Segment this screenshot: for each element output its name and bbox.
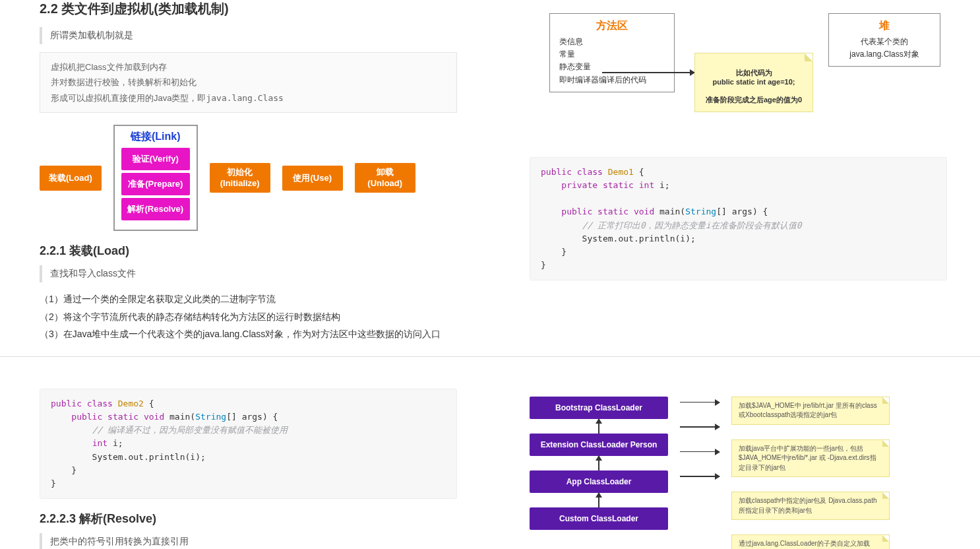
arrow-right-icon [680,426,720,428]
step-item: （2）将这个字节流所代表的静态存储结构转化为方法区的运行时数据结构 [40,308,457,326]
box-bootstrap-cl: Bootstrap ClassLoader [530,397,668,419]
step-item: （3）在Java堆中生成一个代表这个类的java.lang.Class对象，作为… [40,325,457,343]
box-extension-cl: Extension ClassLoader Person [530,434,668,456]
step-item: （1）通过一个类的全限定名获取定义此类的二进制字节流 [40,290,457,308]
arrow-up-icon [598,419,599,434]
panel-bottom-left: public class Demo2 { public static void … [0,357,490,549]
arrow-right-icon [680,402,720,403]
panel-top-right: 方法区 类信息 常量 静态变量 即时编译器编译后的代码 比如代码为 public… [490,0,980,357]
panel-top-left: 2.2 类文件到虚拟机(类加载机制) 所谓类加载机制就是 虚拟机把Class文件… [0,0,490,357]
arrow-right-icon [680,476,720,477]
box-method-area: 方法区 类信息 常量 静态变量 即时编译器编译后的代码 [549,13,675,92]
code-demo1: public class Demo1 { private static int … [530,157,947,280]
sticky-note-prepare: 比如代码为 public static int age=10; 准备阶段完成之后… [694,53,813,112]
section-221-title: 2.2.1 装载(Load) [40,243,457,259]
lifecycle-flow: 装载(Load) 链接(Link) 验证(Verify) 准备(Prepare)… [40,125,457,231]
arrow-up-icon [598,493,599,507]
quote-load: 查找和导入class文件 [40,265,457,282]
box-app-cl: App ClassLoader [530,470,668,493]
section-title: 2.2 类文件到虚拟机(类加载机制) [40,0,457,18]
arrow-right-icon [680,451,720,453]
desc-line: 形成可以虚拟机直接使用的Java类型，即java.lang.Class [51,90,446,106]
code-demo2: public class Demo2 { public static void … [40,389,457,499]
box-custom-cl: Custom ClassLoader [530,507,668,530]
stage-initialize: 初始化(Initialize) [210,163,270,193]
note-app: 加载classpath中指定的jar包及 Djava.class.path 所指… [731,492,890,520]
arrow-up-icon [598,456,599,470]
stage-prepare: 准备(Prepare) [121,173,190,195]
stage-verify: 验证(Verify) [121,148,190,170]
desc-block: 虚拟机把Class文件加载到内存 并对数据进行校验，转换解析和初始化 形成可以虚… [40,52,457,113]
note-custom: 通过java.lang.ClassLoader的子类自定义加载class，属于应… [731,534,890,549]
note-extension: 加载java平台中扩展功能的一些jar包，包括$JAVA_HOME中jre/li… [731,439,890,478]
stage-link-group: 链接(Link) 验证(Verify) 准备(Prepare) 解析(Resol… [113,125,198,231]
memory-diagram: 方法区 类信息 常量 静态变量 即时编译器编译后的代码 比如代码为 public… [530,7,947,152]
stage-link-title: 链接(Link) [121,130,190,144]
stage-unload: 卸载(Unload) [355,163,415,193]
stage-resolve: 解析(Resolve) [121,198,190,220]
stage-load: 装载(Load) [40,166,102,191]
quote-mechanism: 所谓类加载机制就是 [40,27,457,44]
load-steps: （1）通过一个类的全限定名获取定义此类的二进制字节流 （2）将这个字节流所代表的… [40,290,457,343]
panel-bottom-right: Bootstrap ClassLoader Extension ClassLoa… [490,357,980,549]
quote-resolve: 把类中的符号引用转换为直接引用 [40,533,457,549]
desc-line: 并对数据进行校验，转换解析和初始化 [51,75,446,90]
classloader-diagram: Bootstrap ClassLoader Extension ClassLoa… [530,397,947,549]
desc-line: 虚拟机把Class文件加载到内存 [51,59,446,75]
stage-use: 使用(Use) [282,166,343,191]
arrow-icon [602,72,694,73]
note-bootstrap: 加载$JAVA_HOME中 jre/lib/rt.jar 里所有的class或X… [731,397,890,425]
box-heap: 堆 代表某个类的 java.lang.Class对象 [828,13,940,67]
section-2223-title: 2.2.2.3 解析(Resolve) [40,511,457,527]
